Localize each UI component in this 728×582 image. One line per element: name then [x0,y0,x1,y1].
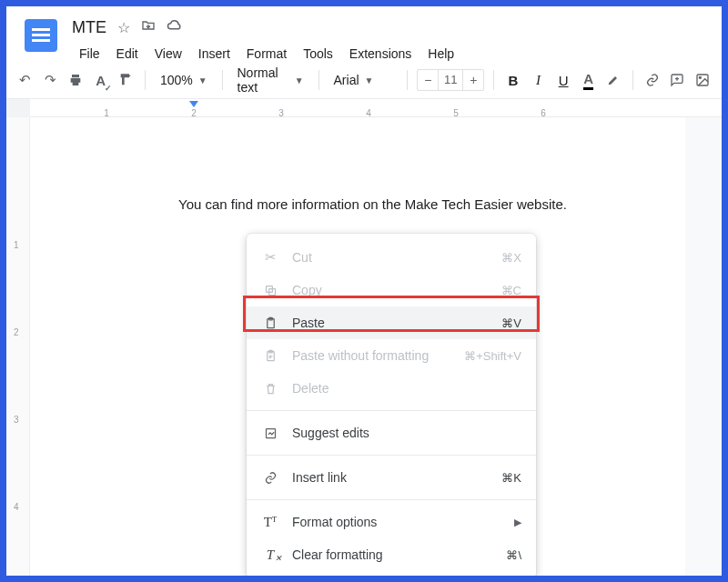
delete-icon [261,382,279,396]
ctx-delete-label: Delete [292,381,521,396]
font-size-value[interactable]: 11 [438,70,463,90]
paragraph-style-select[interactable]: Normal text ▼ [232,64,309,96]
docs-logo-icon[interactable] [25,19,57,52]
separator [318,70,319,90]
ctx-suggest-edits[interactable]: Suggest edits [247,416,536,449]
vruler-tick: 2 [14,327,19,337]
vruler-tick: 4 [14,502,19,512]
ctx-paste-shortcut: ⌘V [501,316,521,330]
ctx-copy[interactable]: Copy ⌘C [247,274,536,306]
font-size-control: − 11 + [417,69,484,91]
bold-button[interactable]: B [503,68,523,92]
highlight-button[interactable] [604,68,624,92]
copy-icon [261,284,279,297]
ctx-suggest-label: Suggest edits [292,426,521,440]
menu-help[interactable]: Help [420,43,461,65]
vruler-tick: 1 [14,240,19,250]
left-margin-marker-icon[interactable] [189,101,198,107]
ctx-copy-label: Copy [292,283,489,297]
paint-format-button[interactable] [116,68,136,92]
horizontal-ruler[interactable]: 1 2 3 4 5 6 [6,99,722,117]
separator [632,70,633,90]
chevron-down-icon: ▼ [295,75,304,85]
ctx-separator [247,410,536,411]
menu-edit[interactable]: Edit [109,43,146,65]
clear-formatting-icon: T✕ [261,547,279,563]
italic-button[interactable]: I [529,68,549,92]
cloud-saved-icon[interactable] [167,19,183,35]
cut-icon: ✂ [261,249,279,266]
suggest-edits-icon [261,426,279,440]
page-area[interactable]: You can find more information on the Mak… [30,117,722,576]
separator [407,70,408,90]
ctx-separator [247,455,536,456]
ctx-clear-formatting-shortcut: ⌘\ [506,548,521,562]
ctx-paste-plain[interactable]: Paste without formatting ⌘+Shift+V [247,339,536,372]
ctx-paste-plain-shortcut: ⌘+Shift+V [464,349,521,363]
ruler-gutter [6,99,30,117]
submenu-arrow-icon: ▶ [514,517,521,528]
menu-insert[interactable]: Insert [191,43,238,65]
ctx-format-options[interactable]: TT Format options ▶ [247,506,536,538]
separator [222,70,223,90]
insert-link-button[interactable] [642,68,662,92]
ctx-copy-shortcut: ⌘C [501,284,521,297]
menu-file[interactable]: File [72,43,107,65]
document-title[interactable]: MTE [72,18,106,37]
title-area: MTE ☆ File Edit View Insert Format Tools… [72,14,711,61]
text-color-button[interactable]: A [579,68,599,92]
vruler-tick: 3 [14,415,19,425]
ctx-separator [247,499,536,500]
menu-tools[interactable]: Tools [296,43,340,65]
zoom-value: 100% [160,73,193,87]
underline-button[interactable]: U [553,68,573,92]
app-window: MTE ☆ File Edit View Insert Format Tools… [6,6,722,576]
menu-extensions[interactable]: Extensions [342,43,419,65]
ctx-delete[interactable]: Delete [247,372,536,405]
vertical-ruler[interactable]: 1 2 3 4 [6,117,30,576]
title-row: MTE ☆ [72,15,711,39]
format-options-icon: TT [261,515,279,530]
ctx-format-options-label: Format options [292,515,501,529]
zoom-select[interactable]: 100% ▼ [155,71,213,89]
ctx-insert-link-shortcut: ⌘K [501,471,521,485]
spellcheck-button[interactable]: A✓ [91,68,111,92]
ctx-insert-link-label: Insert link [292,470,489,485]
paste-plain-icon [261,349,279,363]
ctx-cut-shortcut: ⌘X [501,251,521,265]
separator [493,70,494,90]
menu-bar: File Edit View Insert Format Tools Exten… [72,43,711,65]
font-size-decrease[interactable]: − [418,73,438,87]
ctx-cut[interactable]: ✂ Cut ⌘X [247,241,536,274]
insert-image-button[interactable] [693,68,713,92]
link-icon [261,471,279,485]
font-select[interactable]: Arial ▼ [329,71,399,89]
add-comment-button[interactable] [668,68,688,92]
redo-button[interactable]: ↷ [41,68,61,92]
body-text[interactable]: You can find more information on the Mak… [178,196,567,212]
move-folder-icon[interactable] [141,18,156,36]
toolbar: ↶ ↷ A✓ 100% ▼ Normal text ▼ Arial ▼ − 11… [6,61,722,99]
paste-icon [261,316,279,330]
print-button[interactable] [66,68,86,92]
svg-point-1 [699,76,701,78]
ctx-paste-plain-label: Paste without formatting [292,348,451,363]
paragraph-style-value: Normal text [238,65,289,95]
menu-format[interactable]: Format [239,43,294,65]
ruler-scale: 1 2 3 4 5 6 [30,99,722,117]
ctx-paste[interactable]: Paste ⌘V [247,306,536,339]
ctx-clear-formatting-label: Clear formatting [292,547,493,562]
header: MTE ☆ File Edit View Insert Format Tools… [6,6,722,61]
font-value: Arial [334,73,359,87]
chevron-down-icon: ▼ [198,75,207,85]
document-page[interactable]: You can find more information on the Mak… [30,117,685,576]
undo-button[interactable]: ↶ [15,68,35,92]
star-icon[interactable]: ☆ [117,19,130,36]
ctx-insert-link[interactable]: Insert link ⌘K [247,461,536,494]
ctx-clear-formatting[interactable]: T✕ Clear formatting ⌘\ [247,538,536,571]
separator [145,70,146,90]
menu-view[interactable]: View [147,43,189,65]
context-menu: ✂ Cut ⌘X Copy ⌘C [247,234,536,576]
font-size-increase[interactable]: + [463,73,483,87]
edit-surface: 1 2 3 4 You can find more information on… [6,117,722,576]
